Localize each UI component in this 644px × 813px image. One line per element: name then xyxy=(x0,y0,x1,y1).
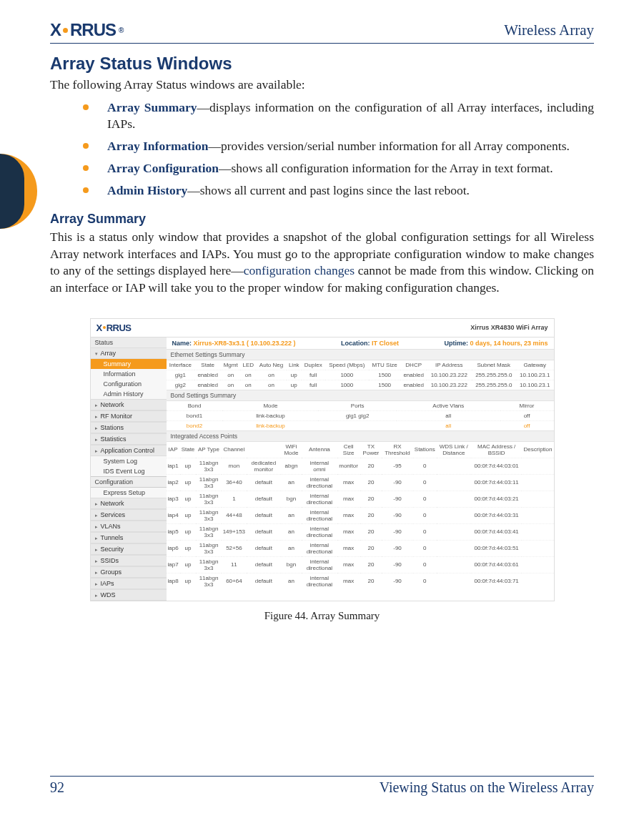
table-header: WiFi Mode xyxy=(281,442,302,458)
table-cell xyxy=(522,556,553,573)
table-row[interactable]: iap3up11abgn 3x31defaultbgninternal dire… xyxy=(167,491,554,507)
sidebar-group-wds[interactable]: WDS xyxy=(91,589,167,601)
table-cell: 0 xyxy=(413,491,437,507)
table-cell: -90 xyxy=(382,573,413,589)
sidebar-group-statistics[interactable]: Statistics xyxy=(91,433,167,445)
table-header: DHCP xyxy=(400,360,427,370)
sidebar-group-security[interactable]: Security xyxy=(91,543,167,555)
table-cell: 1 xyxy=(222,491,247,507)
table-row[interactable]: gig1enabledonononupfull10001500enabled10… xyxy=(167,370,554,380)
table-cell: 149+153 xyxy=(222,523,247,540)
table-row[interactable]: bond2link-backupalloff xyxy=(167,420,554,430)
figure-status-bar: Name: Xirrus-XR8-3x3.1 ( 10.100.23.222 )… xyxy=(167,337,554,349)
uptime-label: Uptime: xyxy=(444,340,468,347)
table-cell: internal directional xyxy=(302,507,337,523)
bullet-list: Array Summary—displays information on th… xyxy=(83,99,594,199)
table-cell: on xyxy=(256,380,286,390)
list-item: Admin History—shows all current and past… xyxy=(83,182,594,199)
sidebar-group-rf-monitor[interactable]: RF Monitor xyxy=(91,410,167,422)
table-cell: iap3 xyxy=(167,491,180,507)
table-cell: 52+56 xyxy=(222,540,247,556)
table-row[interactable]: iap4up11abgn 3x344+48defaultaninternal d… xyxy=(167,507,554,523)
table-cell xyxy=(437,491,471,507)
intro-paragraph: The following Array Status windows are a… xyxy=(50,77,594,94)
table-cell: internal omni xyxy=(302,458,337,474)
table-cell: 00:0f:7d:44:03:61 xyxy=(471,556,522,573)
table-cell: 00:0f:7d:44:03:01 xyxy=(471,458,522,474)
sidebar-group-vlans[interactable]: VLANs xyxy=(91,521,167,532)
table-row[interactable]: iap6up11abgn 3x352+56defaultaninternal d… xyxy=(167,540,554,556)
table-cell: bond2 xyxy=(167,420,223,430)
logo-dot-icon xyxy=(63,28,68,33)
table-cell xyxy=(437,458,471,474)
sidebar-group-tunnels[interactable]: Tunnels xyxy=(91,532,167,543)
link-array-configuration[interactable]: Array Configuration xyxy=(107,161,219,175)
table-cell: up xyxy=(180,491,197,507)
table-cell: iap7 xyxy=(167,556,180,573)
location-label: Location: xyxy=(341,340,370,347)
link-configuration-changes[interactable]: configuration changes xyxy=(244,263,355,277)
table-cell: 20 xyxy=(360,556,382,573)
table-cell: iap4 xyxy=(167,507,180,523)
table-cell: an xyxy=(281,573,302,589)
table-cell: -90 xyxy=(382,540,413,556)
table-cell: monitor xyxy=(337,458,360,474)
figure-content: Name: Xirrus-XR8-3x3.1 ( 10.100.23.222 )… xyxy=(167,337,554,601)
table-cell: 10.100.23.222 xyxy=(427,380,471,390)
link-array-information[interactable]: Array Information xyxy=(107,139,208,153)
sidebar-item-express-setup[interactable]: Express Setup xyxy=(91,488,167,498)
table-header: Antenna xyxy=(302,442,337,458)
sidebar-group-iaps[interactable]: IAPs xyxy=(91,578,167,589)
sidebar-group-network2[interactable]: Network xyxy=(91,498,167,509)
table-row[interactable]: iap2up11abgn 3x336+40defaultaninternal d… xyxy=(167,474,554,491)
table-cell: 20 xyxy=(360,491,382,507)
table-cell: 11 xyxy=(222,556,247,573)
table-cell: 11abgn 3x3 xyxy=(196,523,221,540)
table-cell: 00:0f:7d:44:03:11 xyxy=(471,474,522,491)
sidebar-item-configuration[interactable]: Configuration xyxy=(91,379,167,389)
sidebar-item-admin-history[interactable]: Admin History xyxy=(91,389,167,399)
sidebar-group-stations[interactable]: Stations xyxy=(91,422,167,433)
sidebar-group-groups[interactable]: Groups xyxy=(91,566,167,578)
sidebar-group-ssids[interactable]: SSIDs xyxy=(91,555,167,566)
table-cell xyxy=(437,507,471,523)
table-row[interactable]: iap8up11abgn 3x360+64defaultaninternal d… xyxy=(167,573,554,589)
table-cell: on xyxy=(240,370,256,380)
subsection-paragraph: This is a status only window that provid… xyxy=(50,229,594,297)
sidebar-status-label: Status xyxy=(91,337,167,348)
table-cell: max xyxy=(337,556,360,573)
table-row[interactable]: bond1link-backupgig1 gig2alloff xyxy=(167,410,554,420)
name-value[interactable]: Xirrus-XR8-3x3.1 ( 10.100.23.222 ) xyxy=(194,340,296,347)
table-row[interactable]: iap7up11abgn 3x311defaultbgninternal dir… xyxy=(167,556,554,573)
table-cell: bond1 xyxy=(167,410,223,420)
sidebar-item-system-log[interactable]: System Log xyxy=(91,456,167,466)
link-admin-history[interactable]: Admin History xyxy=(107,183,187,197)
table-cell: up xyxy=(180,556,197,573)
sidebar-group-application-control[interactable]: Application Control xyxy=(91,445,167,456)
table-header: Mirror xyxy=(500,401,554,411)
sidebar-group-network[interactable]: Network xyxy=(91,399,167,410)
sidebar-item-summary[interactable]: Summary xyxy=(91,359,167,369)
table-cell xyxy=(522,540,553,556)
sidebar-item-ids-event-log[interactable]: IDS Event Log xyxy=(91,466,167,476)
sidebar-group-array[interactable]: Array xyxy=(91,348,167,359)
table-header: Mgmt xyxy=(221,360,240,370)
table-row[interactable]: iap5up11abgn 3x3149+153defaultaninternal… xyxy=(167,523,554,540)
link-array-summary[interactable]: Array Summary xyxy=(107,100,197,114)
table-row[interactable]: gig2enabledonononupfull10001500enabled10… xyxy=(167,380,554,390)
sidebar-group-services[interactable]: Services xyxy=(91,509,167,521)
table-cell: 10.100.23.1 xyxy=(516,370,554,380)
sidebar-item-information[interactable]: Information xyxy=(91,369,167,379)
bond-table: BondModePortsActive VlansMirrorbond1link… xyxy=(167,401,554,430)
table-header: Auto Neg xyxy=(256,360,286,370)
bullet-text: —shows all configuration information for… xyxy=(219,161,553,175)
table-cell: -90 xyxy=(382,491,413,507)
table-cell: max xyxy=(337,474,360,491)
table-cell: up xyxy=(180,540,197,556)
table-header: Speed (Mbps) xyxy=(325,360,369,370)
table-cell: internal directional xyxy=(302,491,337,507)
table-row[interactable]: iap1up11abgn 3x3mondedicated monitorabgn… xyxy=(167,458,554,474)
table-cell: iap2 xyxy=(167,474,180,491)
table-cell: default xyxy=(247,556,281,573)
table-cell xyxy=(437,573,471,589)
